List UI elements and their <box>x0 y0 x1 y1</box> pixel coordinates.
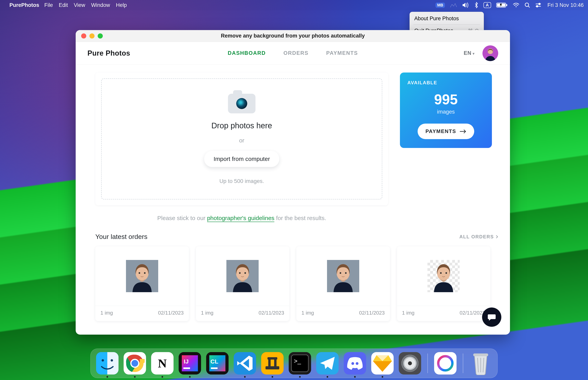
dock-item-finder[interactable] <box>96 352 118 375</box>
all-orders-label: ALL ORDERS <box>459 234 494 240</box>
chat-fab[interactable] <box>482 307 501 327</box>
svg-text:IJ: IJ <box>184 358 189 365</box>
dock-item-notion[interactable]: N <box>151 352 173 375</box>
credits-card: AVAILABLE 995 images PAYMENTS <box>400 73 492 148</box>
menubar-item-window[interactable]: Window <box>91 2 110 8</box>
upload-dropzone-card: Drop photos here or Import from computer… <box>95 73 388 205</box>
input-source-indicator[interactable]: A <box>483 2 491 8</box>
macos-dock: NIJCL>_ <box>90 349 498 378</box>
svg-point-52 <box>356 362 359 365</box>
order-footer: 1 img 02/11/2023 <box>296 306 390 321</box>
battery-icon[interactable] <box>496 2 508 8</box>
order-card[interactable]: 1 img 02/11/2023 <box>296 247 390 321</box>
nav-orders[interactable]: ORDERS <box>283 50 308 56</box>
volume-icon[interactable] <box>462 2 469 8</box>
svg-point-28 <box>446 272 447 274</box>
order-card[interactable]: 1 img 02/11/2023 <box>95 247 189 321</box>
svg-rect-46 <box>274 358 277 367</box>
order-thumbnail <box>397 247 491 306</box>
dock-item-fork[interactable] <box>261 352 284 375</box>
dropzone-limit: Up to 500 images. <box>219 178 264 184</box>
dock-item-chrome[interactable] <box>124 352 146 375</box>
order-card[interactable]: 1 img 02/11/2023 <box>397 247 491 321</box>
svg-point-15 <box>139 272 140 274</box>
order-image <box>226 260 259 293</box>
camera-icon <box>228 94 255 113</box>
svg-point-16 <box>144 272 146 274</box>
order-date: 02/11/2023 <box>359 310 385 316</box>
svg-point-24 <box>345 272 347 274</box>
dock-item-trash[interactable] <box>470 352 492 375</box>
credits-count: 995 <box>434 91 458 108</box>
upload-dropzone[interactable]: Drop photos here or Import from computer… <box>101 78 382 199</box>
svg-point-51 <box>351 362 354 365</box>
svg-point-4 <box>525 3 529 6</box>
dock-item-settings[interactable] <box>399 352 421 375</box>
dock-item-intellij[interactable]: IJ <box>179 352 201 375</box>
dock-separator <box>463 354 463 373</box>
dock-item-telegram[interactable] <box>316 352 339 375</box>
order-date: 02/11/2023 <box>158 310 184 316</box>
dropzone-or: or <box>239 137 245 144</box>
menubar-item-view[interactable]: View <box>74 2 85 8</box>
menubar-clock[interactable]: Fri 3 Nov 10:46 <box>547 2 584 8</box>
dock-item-siri[interactable] <box>434 352 456 375</box>
hint-pre: Please stick to our <box>157 215 207 221</box>
app-nav: DASHBOARD ORDERS PAYMENTS <box>76 50 510 56</box>
wifi-icon[interactable] <box>513 2 519 8</box>
svg-point-23 <box>340 272 341 274</box>
bluetooth-icon[interactable] <box>474 2 478 8</box>
menubar-app-name[interactable]: PurePhotos <box>9 2 39 8</box>
dock-item-discord[interactable] <box>344 352 366 375</box>
language-selector[interactable]: EN <box>464 50 474 56</box>
user-avatar[interactable] <box>482 45 498 61</box>
guidelines-hint: Please stick to our photographer's guide… <box>95 215 388 221</box>
latest-orders-title: Your latest orders <box>95 233 147 241</box>
menubar-extra-icon[interactable] <box>450 3 457 7</box>
dock-item-terminal[interactable]: >_ <box>289 352 311 375</box>
import-from-computer-button[interactable]: Import from computer <box>204 151 280 167</box>
chevron-right-icon <box>496 235 498 239</box>
guidelines-link[interactable]: photographer's guidelines <box>207 215 275 222</box>
chat-icon <box>487 312 496 322</box>
menubar-app-badge[interactable]: MB <box>436 2 445 8</box>
svg-rect-45 <box>268 358 271 367</box>
dock-item-clion[interactable]: CL <box>206 352 228 375</box>
menubar-item-help[interactable]: Help <box>116 2 127 8</box>
order-image-count: 1 img <box>402 310 415 316</box>
all-orders-link[interactable]: ALL ORDERS <box>459 234 498 240</box>
dock-item-sketch[interactable] <box>371 352 394 375</box>
order-image <box>427 260 460 293</box>
order-footer: 1 img 02/11/2023 <box>397 306 491 321</box>
order-date: 02/11/2023 <box>259 310 284 316</box>
spotlight-icon[interactable] <box>525 2 530 8</box>
svg-point-19 <box>239 272 241 274</box>
svg-rect-118 <box>473 354 488 356</box>
order-card[interactable]: 1 img 02/11/2023 <box>196 247 289 321</box>
svg-point-9 <box>536 5 538 7</box>
control-center-icon[interactable] <box>535 2 541 8</box>
svg-point-20 <box>245 272 246 274</box>
dock-item-vscode[interactable] <box>234 352 256 375</box>
svg-point-3 <box>516 6 517 7</box>
order-image-count: 1 img <box>302 310 314 316</box>
menu-about-label: About Pure Photos <box>414 16 459 22</box>
svg-point-30 <box>102 359 104 361</box>
order-thumbnail <box>95 247 189 306</box>
svg-point-31 <box>111 359 113 361</box>
menu-about-purephotos[interactable]: About Pure Photos <box>412 14 482 23</box>
menubar-item-file[interactable]: File <box>44 2 53 8</box>
hint-post: for the best results. <box>274 215 326 221</box>
window-titlebar[interactable]: Remove any background from your photos a… <box>76 30 510 42</box>
order-image <box>126 260 159 293</box>
credits-payments-button[interactable]: PAYMENTS <box>417 124 474 139</box>
dropzone-title: Drop photos here <box>211 121 272 130</box>
order-footer: 1 img 02/11/2023 <box>95 306 189 321</box>
nav-payments[interactable]: PAYMENTS <box>326 50 358 56</box>
svg-rect-69 <box>417 363 418 364</box>
order-thumbnail <box>196 247 289 306</box>
nav-dashboard[interactable]: DASHBOARD <box>228 50 266 56</box>
menubar-item-edit[interactable]: Edit <box>59 2 68 8</box>
app-header: Pure Photos DASHBOARD ORDERS PAYMENTS EN <box>76 42 510 65</box>
window-title: Remove any background from your photos a… <box>76 33 510 39</box>
